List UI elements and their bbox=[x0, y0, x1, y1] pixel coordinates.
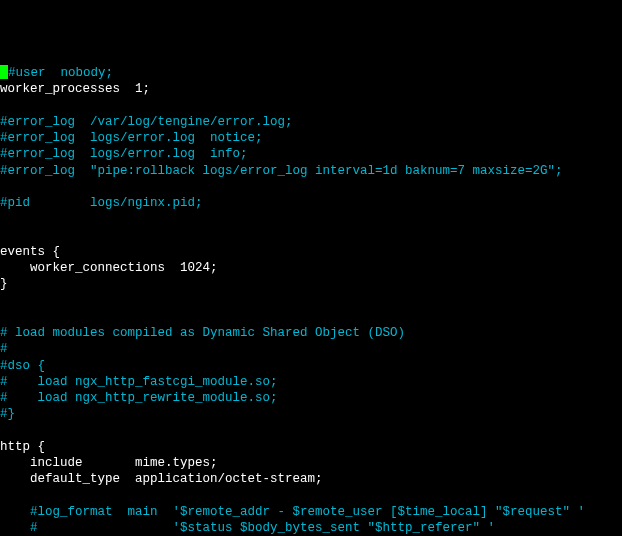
code-text: # bbox=[0, 342, 8, 356]
code-text: #error_log logs/error.log info; bbox=[0, 147, 248, 161]
code-text: worker_connections 1024; bbox=[0, 261, 218, 275]
code-text: include mime.types; bbox=[0, 456, 218, 470]
code-text: #pid logs/nginx.pid; bbox=[0, 196, 203, 210]
editor-cursor bbox=[0, 65, 8, 79]
code-text: # load ngx_http_rewrite_module.so; bbox=[0, 391, 278, 405]
code-text: #} bbox=[0, 407, 15, 421]
code-text: worker_processes 1; bbox=[0, 82, 150, 96]
code-text: } bbox=[0, 277, 8, 291]
code-text: #error_log /var/log/tengine/error.log; bbox=[0, 115, 293, 129]
code-text: #error_log logs/error.log notice; bbox=[0, 131, 263, 145]
code-text: # '$status $body_bytes_sent "$http_refer… bbox=[0, 521, 495, 535]
code-text: # load modules compiled as Dynamic Share… bbox=[0, 326, 405, 340]
code-text: default_type application/octet-stream; bbox=[0, 472, 323, 486]
code-text: # load ngx_http_fastcgi_module.so; bbox=[0, 375, 278, 389]
text-editor-content[interactable]: #user nobody; worker_processes 1; #error… bbox=[0, 65, 622, 536]
code-text: #dso { bbox=[0, 359, 45, 373]
code-text: events { bbox=[0, 245, 60, 259]
code-text: http { bbox=[0, 440, 45, 454]
code-text: #log_format main '$remote_addr - $remote… bbox=[0, 505, 585, 519]
code-text: #user nobody; bbox=[8, 66, 113, 80]
code-text: #error_log "pipe:rollback logs/error_log… bbox=[0, 164, 563, 178]
